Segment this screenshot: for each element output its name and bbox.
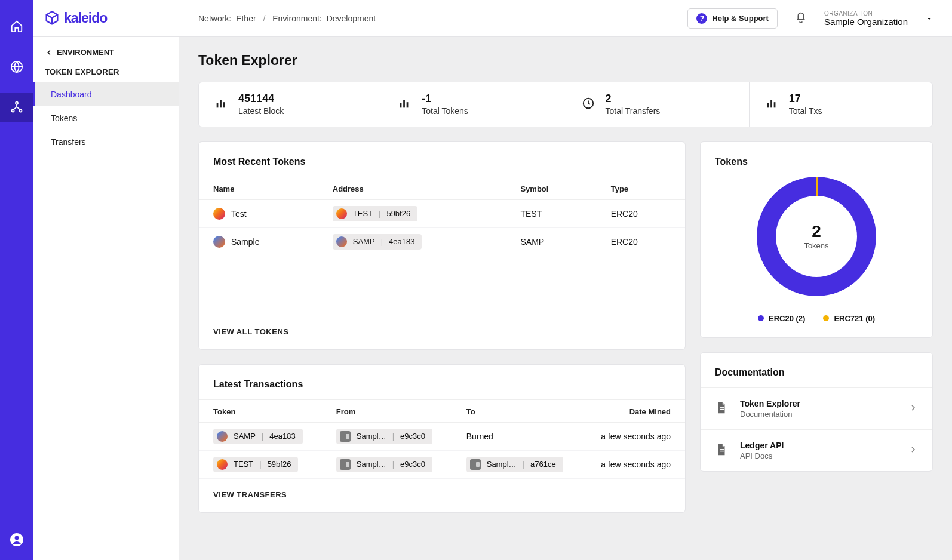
doc-link-ledger-api[interactable]: Ledger APIAPI Docs xyxy=(701,429,932,471)
document-icon xyxy=(715,401,728,416)
token-chip[interactable]: SAMP|4ea183 xyxy=(213,429,303,444)
svg-point-5 xyxy=(14,536,19,540)
help-button[interactable]: ? Help & Support xyxy=(687,8,778,29)
view-transfers-button[interactable]: VIEW TRANSFERS xyxy=(199,479,685,512)
recent-tokens-table: Name Address Symbol Type Test TEST|59bf2… xyxy=(199,177,685,256)
address-chip[interactable]: Sampl…|e9c3c0 xyxy=(336,457,432,472)
card-title: Most Recent Tokens xyxy=(199,142,685,177)
svg-rect-19 xyxy=(720,451,724,451)
breadcrumb-network[interactable]: Ether xyxy=(236,14,256,23)
bar-chart-icon xyxy=(214,97,228,112)
legend-item: ERC20 (2) xyxy=(758,314,805,323)
nav-transfers[interactable]: Transfers xyxy=(33,130,179,154)
tokens-donut-chart: 2 Tokens xyxy=(757,177,876,296)
documentation-card: Documentation Token ExplorerDocumentatio… xyxy=(700,352,933,472)
card-title: Latest Transactions xyxy=(199,365,685,399)
rail-account[interactable] xyxy=(0,525,33,554)
sidebar: kaleido ENVIRONMENT TOKEN EXPLORER Dashb… xyxy=(33,0,179,560)
org-picker[interactable]: ORGANIZATION Sample Organization xyxy=(824,10,933,27)
svg-rect-9 xyxy=(400,103,402,107)
bell-icon xyxy=(794,11,807,24)
stat-latest-block: 451144Latest Block xyxy=(199,82,382,127)
svg-rect-18 xyxy=(720,449,724,450)
sidebar-nav: Dashboard Tokens Transfers xyxy=(33,82,179,154)
wallet-icon xyxy=(470,459,481,470)
stat-total-txs: 17Total Txs xyxy=(750,82,932,127)
chevron-right-icon xyxy=(908,403,918,414)
chevron-left-icon xyxy=(45,48,53,57)
org-name: Sample Organization xyxy=(824,17,908,27)
svg-rect-15 xyxy=(773,103,775,108)
svg-rect-13 xyxy=(767,103,769,107)
chart-legend: ERC20 (2) ERC721 (0) xyxy=(758,314,875,323)
token-avatar-icon xyxy=(217,431,228,442)
nav-dashboard[interactable]: Dashboard xyxy=(33,82,179,106)
card-title: Documentation xyxy=(701,353,932,387)
table-row[interactable]: Test TEST|59bf26 TEST ERC20 xyxy=(199,199,685,227)
topbar: Network: Ether / Environment: Developmen… xyxy=(179,0,952,37)
table-row[interactable]: Sample SAMP|4ea183 SAMP ERC20 xyxy=(199,227,685,256)
svg-rect-17 xyxy=(720,409,724,410)
address-chip[interactable]: Sampl…|e9c3c0 xyxy=(336,429,432,444)
caret-down-icon xyxy=(926,15,933,22)
document-icon xyxy=(715,443,728,458)
table-row[interactable]: SAMP|4ea183 Sampl…|e9c3c0 Burned a few s… xyxy=(199,422,685,450)
svg-rect-16 xyxy=(720,407,724,408)
token-chip[interactable]: TEST|59bf26 xyxy=(213,457,298,472)
token-avatar-icon xyxy=(213,236,225,248)
stat-total-transfers: 2Total Transfers xyxy=(566,82,750,127)
org-label: ORGANIZATION xyxy=(824,10,908,17)
brand-logo[interactable]: kaleido xyxy=(33,0,179,37)
token-avatar-icon xyxy=(336,236,347,247)
main: Network: Ether / Environment: Developmen… xyxy=(179,0,952,560)
svg-rect-10 xyxy=(403,100,405,108)
rail-home[interactable] xyxy=(0,12,33,41)
notifications-button[interactable] xyxy=(794,11,807,26)
nav-tokens[interactable]: Tokens xyxy=(33,106,179,130)
home-icon xyxy=(10,20,23,33)
globe-icon xyxy=(10,60,23,73)
svg-rect-6 xyxy=(217,103,219,107)
stat-total-tokens: -1Total Tokens xyxy=(382,82,566,127)
bar-chart-icon xyxy=(398,97,411,112)
topology-icon xyxy=(10,101,23,114)
wallet-icon xyxy=(340,431,351,442)
breadcrumb: Network: Ether / Environment: Developmen… xyxy=(198,14,376,23)
address-chip[interactable]: SAMP|4ea183 xyxy=(333,234,422,250)
wallet-icon xyxy=(340,459,351,470)
help-icon: ? xyxy=(696,13,707,24)
token-avatar-icon xyxy=(217,459,228,470)
brand-name: kaleido xyxy=(64,10,107,26)
token-avatar-icon xyxy=(213,208,225,220)
sidebar-section-title: TOKEN EXPLORER xyxy=(33,61,179,80)
left-rail xyxy=(0,0,33,560)
bar-chart-icon xyxy=(765,97,778,112)
svg-rect-8 xyxy=(223,103,225,108)
token-avatar-icon xyxy=(336,208,347,219)
page-title: Token Explorer xyxy=(198,53,933,69)
rail-network[interactable] xyxy=(0,53,33,81)
svg-point-1 xyxy=(15,102,17,104)
svg-rect-11 xyxy=(407,103,409,108)
stats-row: 451144Latest Block -1Total Tokens 2Total… xyxy=(198,82,933,127)
svg-rect-14 xyxy=(770,100,772,108)
card-title: Tokens xyxy=(715,156,918,167)
chevron-right-icon xyxy=(908,445,918,456)
legend-item: ERC721 (0) xyxy=(823,314,875,323)
address-chip[interactable]: TEST|59bf26 xyxy=(333,206,417,221)
recent-tokens-card: Most Recent Tokens Name Address Symbol T… xyxy=(198,141,686,350)
clock-icon xyxy=(582,97,595,112)
back-label: ENVIRONMENT xyxy=(57,48,114,57)
address-chip[interactable]: Sampl…|a761ce xyxy=(466,457,563,472)
table-row[interactable]: TEST|59bf26 Sampl…|e9c3c0 Sampl…|a761ce … xyxy=(199,450,685,478)
doc-link-token-explorer[interactable]: Token ExplorerDocumentation xyxy=(701,387,932,429)
breadcrumb-environment[interactable]: Development xyxy=(327,14,376,23)
view-all-tokens-button[interactable]: VIEW ALL TOKENS xyxy=(199,316,685,349)
tokens-donut-card: Tokens 2 Tokens ERC20 (2) xyxy=(700,141,933,338)
rail-topology[interactable] xyxy=(0,93,33,122)
latest-tx-table: Token From To Date Mined SAMP|4ea183 Sam… xyxy=(199,399,685,479)
latest-transactions-card: Latest Transactions Token From To Date M… xyxy=(198,364,686,513)
back-environment[interactable]: ENVIRONMENT xyxy=(33,37,179,61)
account-icon xyxy=(10,533,24,547)
svg-rect-7 xyxy=(220,100,222,108)
